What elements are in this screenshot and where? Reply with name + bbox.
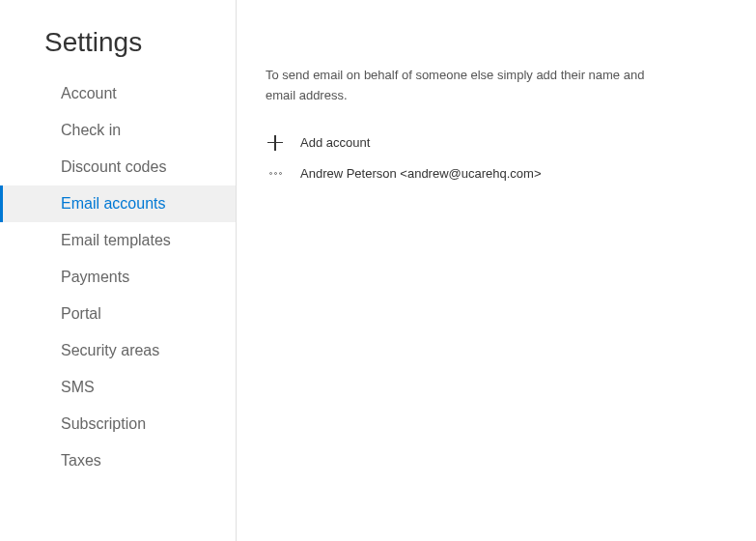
sidebar-item-label: Payments	[61, 269, 129, 285]
sidebar-item-label: SMS	[61, 379, 95, 395]
page-title: Settings	[0, 27, 236, 58]
sidebar-item-label: Email templates	[61, 232, 171, 248]
sidebar-item-email-accounts[interactable]: Email accounts	[0, 185, 236, 222]
sidebar-item-discount-codes[interactable]: Discount codes	[0, 149, 236, 185]
settings-nav: Account Check in Discount codes Email ac…	[0, 75, 236, 479]
sidebar-item-check-in[interactable]: Check in	[0, 112, 236, 149]
sidebar-item-label: Subscription	[61, 415, 146, 432]
plus-icon	[266, 135, 285, 151]
sidebar-item-email-templates[interactable]: Email templates	[0, 222, 236, 259]
account-list-item: Andrew Peterson <andrew@ucarehq.com>	[266, 157, 727, 190]
sidebar-item-security-areas[interactable]: Security areas	[0, 332, 236, 369]
sidebar-item-label: Portal	[61, 305, 101, 322]
sidebar-item-label: Discount codes	[61, 158, 166, 175]
add-account-button[interactable]: Add account	[266, 129, 727, 157]
sidebar-item-label: Account	[61, 85, 117, 101]
add-account-label: Add account	[300, 135, 370, 150]
sidebar-item-taxes[interactable]: Taxes	[0, 442, 236, 479]
main-content: To send email on behalf of someone else …	[237, 0, 756, 541]
sidebar-item-label: Check in	[61, 122, 121, 138]
sidebar-item-label: Security areas	[61, 342, 159, 358]
sidebar-item-subscription[interactable]: Subscription	[0, 406, 236, 442]
page-description: To send email on behalf of someone else …	[266, 66, 671, 106]
sidebar-item-payments[interactable]: Payments	[0, 259, 236, 296]
sidebar-item-account[interactable]: Account	[0, 75, 236, 112]
sidebar: Settings Account Check in Discount codes…	[0, 0, 237, 541]
sidebar-item-label: Taxes	[61, 452, 101, 469]
account-display: Andrew Peterson <andrew@ucarehq.com>	[300, 166, 542, 181]
sidebar-item-sms[interactable]: SMS	[0, 369, 236, 406]
sidebar-item-portal[interactable]: Portal	[0, 296, 236, 332]
sidebar-item-label: Email accounts	[61, 195, 166, 212]
more-options-icon[interactable]	[266, 172, 285, 175]
